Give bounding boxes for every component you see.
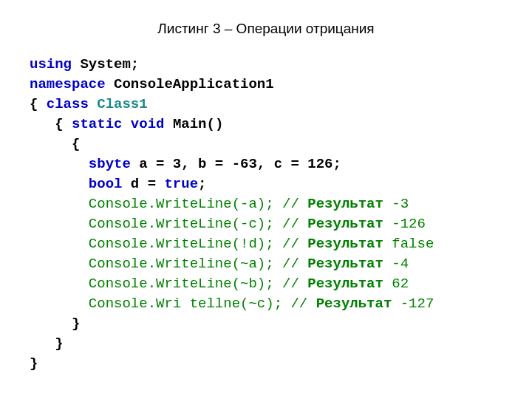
code-line-3c: false bbox=[383, 236, 434, 252]
code-line-2c: -126 bbox=[383, 216, 426, 232]
code-line-3a: Console.WriteLine(!d); // bbox=[89, 236, 307, 252]
semicolon: ; bbox=[131, 56, 139, 72]
brace-open: { bbox=[55, 116, 63, 132]
brace-close: } bbox=[30, 355, 38, 372]
code-line-4b: Результат bbox=[307, 256, 383, 272]
code-line-1b: Результат bbox=[307, 196, 383, 212]
code-line-6c: -127 bbox=[392, 296, 434, 312]
id-class: Class1 bbox=[97, 96, 147, 112]
kw-sbyte: sbyte bbox=[89, 156, 131, 172]
decl-sbyte: а = 3, b = -63, с = 126; bbox=[139, 156, 341, 172]
decl-bool: d = bbox=[131, 176, 165, 192]
code-line-3b: Результат bbox=[307, 236, 383, 252]
id-system: System bbox=[80, 56, 130, 72]
code-line-1a: Console.WriteLine(-a); // bbox=[89, 196, 307, 212]
kw-void: void bbox=[131, 116, 165, 132]
code-line-1c: -3 bbox=[383, 196, 409, 212]
code-block: using System; namespace ConsoleApplicati… bbox=[30, 55, 502, 374]
brace-close: } bbox=[55, 335, 63, 352]
listing-title: Листинг 3 – Операции отрицания bbox=[30, 21, 502, 37]
kw-bool: bool bbox=[89, 176, 123, 192]
code-line-4c: -4 bbox=[383, 256, 409, 272]
kw-class: class bbox=[47, 96, 89, 112]
document-page: Листинг 3 – Операции отрицания using Sys… bbox=[0, 0, 532, 389]
brace-open: { bbox=[30, 96, 38, 112]
kw-static: static bbox=[72, 116, 122, 132]
kw-namespace: namespace bbox=[30, 76, 106, 92]
code-line-6b: Результат bbox=[316, 296, 392, 312]
code-line-5a: Console.WriteLine(~b); // bbox=[89, 276, 307, 292]
code-line-6a: Console.Wri tellne(~c); // bbox=[89, 296, 316, 312]
brace-close: } bbox=[72, 316, 80, 332]
id-main: Main() bbox=[173, 116, 223, 132]
brace-open: { bbox=[72, 136, 80, 152]
semicolon: ; bbox=[198, 176, 206, 192]
code-line-2b: Результат bbox=[307, 216, 383, 232]
kw-using: using bbox=[30, 56, 72, 72]
kw-true: true bbox=[164, 176, 198, 192]
code-line-5b: Результат bbox=[307, 276, 383, 292]
code-line-4a: Console.Writeline(~a); // bbox=[89, 256, 307, 272]
code-line-5c: 62 bbox=[383, 276, 409, 292]
code-line-2a: Console.WriteLine(-c); // bbox=[89, 216, 307, 232]
id-namespace: ConsoleApplication1 bbox=[114, 76, 274, 92]
